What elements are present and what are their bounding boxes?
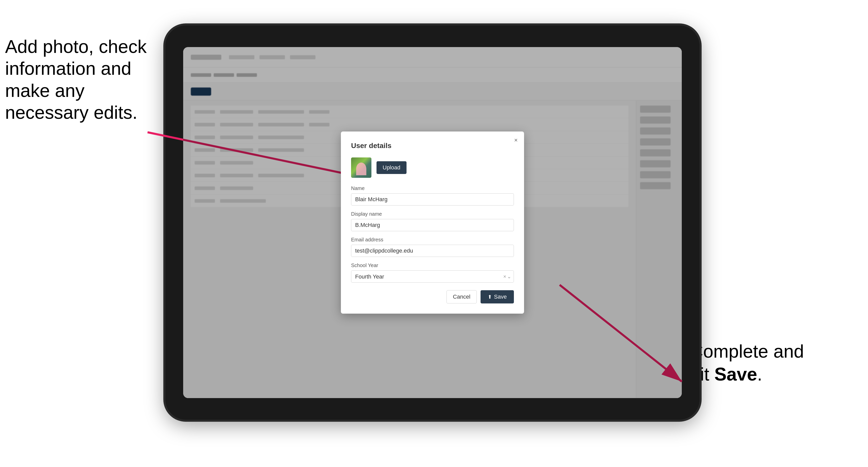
avatar [351,157,371,178]
email-label: Email address [351,237,514,243]
save-button[interactable]: ⬆ Save [480,290,514,304]
name-input[interactable] [351,193,514,206]
email-input[interactable] [351,245,514,257]
school-year-select-wrapper: Fourth Year First Year Second Year Third… [351,270,514,283]
email-field-group: Email address [351,237,514,257]
photo-row: Upload [351,157,514,178]
chevron-down-icon: ⌄ [507,274,512,280]
name-field-group: Name [351,185,514,206]
annotation-left: Add photo, check information and make an… [5,36,153,124]
school-year-label: School Year [351,262,514,268]
cancel-button[interactable]: Cancel [446,290,476,304]
display-name-field-group: Display name [351,211,514,231]
display-name-label: Display name [351,211,514,217]
tablet-frame: × User details Upload Name [165,25,700,420]
avatar-figure [356,162,366,175]
save-icon: ⬆ [488,294,492,300]
modal-close-button[interactable]: × [514,136,518,144]
tablet-screen: × User details Upload Name [183,47,682,398]
modal-title: User details [351,142,514,150]
school-year-select[interactable]: Fourth Year First Year Second Year Third… [351,270,514,283]
user-details-modal: × User details Upload Name [341,131,524,314]
school-year-field-group: School Year Fourth Year First Year Secon… [351,262,514,283]
upload-button[interactable]: Upload [376,161,406,174]
modal-footer: Cancel ⬆ Save [351,290,514,304]
annotation-right: Complete and hit Save. [690,340,837,385]
select-clear-icon[interactable]: × [503,274,506,280]
display-name-input[interactable] [351,219,514,231]
avatar-image [351,157,371,178]
save-button-label: Save [494,293,507,300]
modal-overlay[interactable]: × User details Upload Name [183,47,682,398]
name-label: Name [351,185,514,191]
